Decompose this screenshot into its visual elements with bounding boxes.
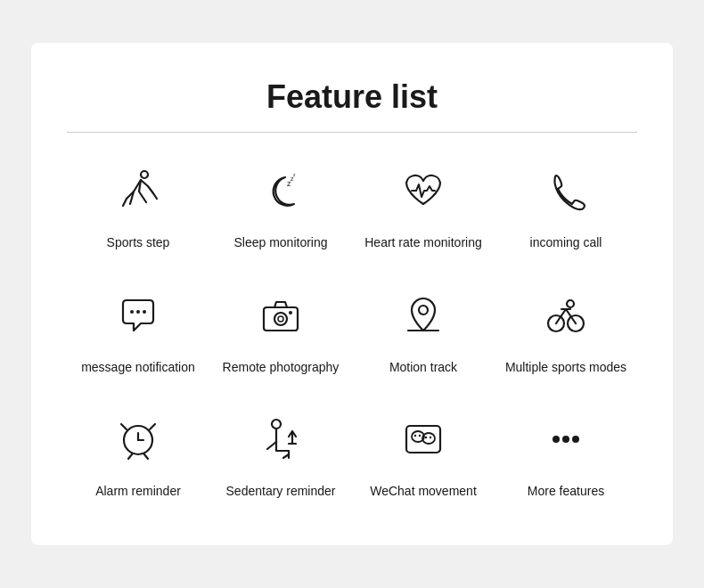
svg-line-23 [267, 442, 276, 449]
alarm-label: Alarm reminder [95, 483, 181, 501]
sedentary-label: Sedentary reminder [226, 483, 336, 501]
svg-point-21 [272, 420, 281, 429]
incoming-call-icon [535, 159, 597, 222]
svg-point-4 [130, 310, 134, 314]
message-icon [107, 284, 169, 347]
svg-point-11 [419, 306, 428, 314]
svg-point-34 [430, 437, 431, 438]
svg-line-20 [144, 454, 148, 459]
feature-wechat: WeChat movement [352, 408, 495, 501]
feature-sports-step: Sports step [67, 159, 209, 252]
svg-point-33 [425, 437, 427, 438]
message-label: message notification [81, 359, 195, 377]
svg-point-8 [274, 313, 287, 325]
camera-label: Remote photography [223, 359, 340, 377]
svg-point-36 [562, 436, 569, 443]
svg-text:z: z [293, 172, 296, 177]
svg-point-6 [143, 310, 146, 314]
motion-track-icon [392, 284, 454, 347]
svg-point-0 [141, 171, 148, 178]
sedentary-icon [250, 408, 312, 470]
features-grid: Sports step z z z Sleep monitoring [67, 159, 637, 501]
feature-list-card: Feature list Sports step [31, 43, 673, 545]
feature-motion-track: Motion track [352, 284, 495, 377]
feature-camera: Remote photography [209, 284, 352, 377]
svg-rect-7 [264, 307, 298, 331]
sports-modes-icon [535, 284, 597, 347]
feature-more: More features [495, 408, 637, 501]
sleep-icon: z z z [250, 159, 312, 222]
feature-sleep: z z z Sleep monitoring [209, 159, 352, 252]
more-label: More features [528, 483, 604, 501]
feature-sports-modes: Multiple sports modes [495, 284, 637, 377]
page-title: Feature list [67, 78, 637, 116]
svg-point-37 [572, 436, 579, 443]
sleep-label: Sleep monitoring [233, 234, 327, 252]
divider [67, 132, 637, 133]
heartrate-icon [392, 159, 454, 222]
svg-point-32 [419, 435, 421, 437]
feature-incoming-call: incoming call [495, 159, 637, 252]
alarm-icon [107, 408, 169, 470]
svg-point-35 [553, 436, 560, 443]
svg-point-15 [567, 300, 574, 307]
svg-point-10 [289, 311, 292, 314]
feature-alarm: Alarm reminder [67, 408, 209, 501]
more-icon [535, 408, 597, 470]
wechat-label: WeChat movement [370, 483, 477, 501]
motion-track-label: Motion track [389, 359, 457, 377]
sports-step-icon [107, 159, 169, 222]
feature-heartrate: Heart rate monitoring [352, 159, 495, 252]
incoming-call-label: incoming call [530, 234, 602, 252]
heartrate-label: Heart rate monitoring [364, 234, 482, 252]
svg-point-5 [136, 310, 140, 314]
svg-point-9 [278, 316, 283, 322]
feature-sedentary: Sedentary reminder [209, 408, 352, 501]
wechat-icon [392, 408, 454, 470]
feature-message: message notification [67, 284, 209, 377]
svg-point-31 [414, 435, 416, 437]
camera-icon [250, 284, 312, 347]
svg-line-19 [128, 454, 132, 459]
sports-step-label: Sports step [107, 234, 170, 252]
sports-modes-label: Multiple sports modes [505, 359, 626, 377]
